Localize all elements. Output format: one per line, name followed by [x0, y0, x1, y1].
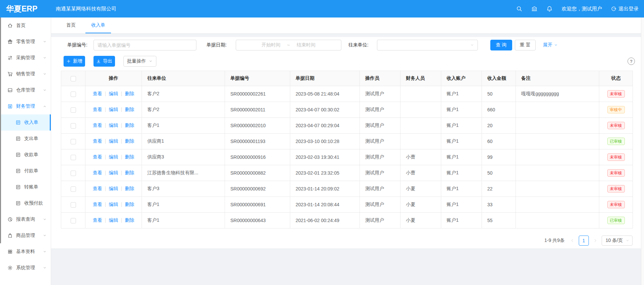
batch-operation-button[interactable]: 批量操作	[123, 56, 156, 67]
tab-income-bill[interactable]: 收入单	[85, 17, 111, 33]
export-button[interactable]: 导出	[93, 56, 115, 67]
sidebar-item-basic[interactable]: 基本资料	[0, 244, 51, 260]
op-edit-link[interactable]: 编辑	[109, 91, 118, 96]
unit-select[interactable]	[377, 40, 478, 50]
op-separator: |	[121, 138, 122, 144]
sidebar-item-sales[interactable]: 销售管理	[0, 66, 51, 82]
op-view-link[interactable]: 查看	[93, 202, 102, 207]
op-edit-link[interactable]: 编辑	[109, 217, 118, 223]
app-logo: 华夏ERP	[0, 4, 51, 14]
op-view-link[interactable]: 查看	[93, 91, 102, 96]
doc-icon	[15, 184, 21, 190]
add-button[interactable]: 新增	[64, 56, 85, 67]
sidebar-item-system[interactable]: 系统管理	[0, 260, 51, 276]
sidebar-scrollbar[interactable]	[0, 17, 1, 243]
row-checkbox[interactable]	[71, 202, 76, 208]
op-delete-link[interactable]: 删除	[125, 91, 134, 96]
date-range-input[interactable]: 开始时间 ~ 结束时间	[236, 40, 341, 50]
op-delete-link[interactable]: 删除	[125, 107, 134, 112]
cell-remark	[516, 118, 599, 134]
row-checkbox[interactable]	[71, 123, 76, 129]
page-button-1[interactable]: 1	[579, 236, 589, 246]
reset-button[interactable]: 重 置	[515, 40, 536, 50]
sidebar-item-transfer-bill[interactable]: 转账单	[0, 179, 51, 195]
bell-icon[interactable]	[546, 6, 553, 12]
row-checkbox[interactable]	[71, 92, 76, 97]
select-all-checkbox[interactable]	[71, 76, 76, 81]
batch-label: 批量操作	[127, 58, 146, 64]
row-checkbox[interactable]	[71, 186, 76, 192]
column-header-account: 收入账户	[441, 71, 482, 86]
op-separator: |	[105, 138, 106, 144]
row-checkbox[interactable]	[71, 107, 76, 113]
sidebar-item-finance[interactable]: 财务管理	[0, 98, 51, 114]
row-checkbox[interactable]	[71, 139, 76, 144]
sidebar-item-receipt-bill[interactable]: 收款单	[0, 147, 51, 163]
op-delete-link[interactable]: 删除	[125, 122, 134, 128]
op-delete-link[interactable]: 删除	[125, 217, 134, 223]
sidebar-item-income-bill[interactable]: 收入单	[0, 114, 51, 131]
window-scrollbar-track[interactable]	[641, 17, 644, 285]
op-edit-link[interactable]: 编辑	[109, 154, 118, 159]
op-view-link[interactable]: 查看	[93, 107, 102, 112]
op-view-link[interactable]: 查看	[93, 154, 102, 159]
op-separator: |	[105, 170, 106, 175]
row-checkbox[interactable]	[71, 171, 76, 176]
table-row: 查看|编辑|删除客户1SR000000006432021-06-02 00:24…	[61, 213, 633, 228]
sidebar-item-goods[interactable]: 商品管理	[0, 227, 51, 244]
row-checkbox[interactable]	[71, 155, 76, 160]
sidebar-item-expense-bill[interactable]: 支出单	[0, 131, 51, 147]
bill-no-input[interactable]	[93, 40, 196, 50]
bill-no-label: 单据编号:	[67, 42, 87, 48]
op-edit-link[interactable]: 编辑	[109, 170, 118, 175]
sidebar-item-advance-receipt[interactable]: 收预付款	[0, 195, 51, 211]
op-edit-link[interactable]: 编辑	[109, 138, 118, 144]
tab-home[interactable]: 首页	[61, 17, 81, 33]
op-delete-link[interactable]: 删除	[125, 202, 134, 207]
op-view-link[interactable]: 查看	[93, 217, 102, 223]
op-delete-link[interactable]: 删除	[125, 170, 134, 175]
op-view-link[interactable]: 查看	[93, 170, 102, 175]
table-row: 查看|编辑|删除客户1SR000000006912023-01-14 20:08…	[61, 197, 633, 213]
table-row: 查看|编辑|删除客户1SR000000020102023-04-07 00:29…	[61, 118, 633, 134]
sidebar-item-warehouse[interactable]: 仓库管理	[0, 82, 51, 98]
content-panel: 单据编号: 单据日期: 开始时间 ~ 结束时间 往来单位: 查 询 重 置 展开	[51, 37, 641, 248]
finance-icon	[7, 104, 13, 109]
op-view-link[interactable]: 查看	[93, 122, 102, 128]
sidebar-item-payment-bill[interactable]: 付款单	[0, 163, 51, 179]
search-button[interactable]: 查 询	[490, 40, 512, 50]
op-edit-link[interactable]: 编辑	[109, 186, 118, 191]
op-separator: |	[121, 122, 122, 128]
op-delete-link[interactable]: 删除	[125, 154, 134, 159]
bank-icon[interactable]	[531, 6, 537, 12]
chevron-down-icon	[43, 56, 47, 60]
row-checkbox[interactable]	[71, 218, 76, 223]
cell-remark: 嘎嘎嘎ggggggggg	[516, 86, 599, 102]
next-page-button[interactable]	[592, 236, 599, 246]
op-edit-link[interactable]: 编辑	[109, 202, 118, 207]
cell-unit: 客户2	[142, 86, 225, 102]
cell-unit: 客户2	[142, 102, 225, 118]
cell-amount: 50	[482, 86, 516, 102]
sidebar-item-home[interactable]: 首页	[0, 17, 51, 34]
op-edit-link[interactable]: 编辑	[109, 122, 118, 128]
op-edit-link[interactable]: 编辑	[109, 107, 118, 112]
search-icon[interactable]	[516, 6, 522, 12]
help-icon[interactable]: ?	[628, 58, 635, 65]
op-view-link[interactable]: 查看	[93, 186, 102, 191]
op-delete-link[interactable]: 删除	[125, 138, 134, 144]
sidebar-item-purchase[interactable]: 采购管理	[0, 50, 51, 66]
op-delete-link[interactable]: 删除	[125, 186, 134, 191]
sidebar-item-report[interactable]: 报表查询	[0, 211, 51, 227]
cell-ops: 查看|编辑|删除	[85, 165, 142, 181]
expand-link[interactable]: 展开	[543, 42, 558, 48]
home-icon	[7, 23, 13, 28]
op-view-link[interactable]: 查看	[93, 138, 102, 144]
prev-page-button[interactable]	[569, 236, 576, 246]
sidebar-item-label: 收入单	[24, 119, 38, 126]
sidebar-item-label: 仓库管理	[16, 87, 35, 93]
page-size-select[interactable]: 10 条/页	[602, 236, 633, 246]
doc-icon	[15, 201, 21, 206]
sidebar-item-retail[interactable]: 零售管理	[0, 34, 51, 50]
logout-button[interactable]: 退出登录	[611, 6, 639, 12]
